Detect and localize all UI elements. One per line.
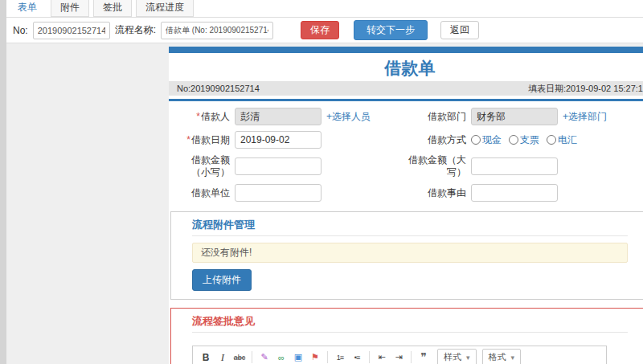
panel-divider — [192, 235, 628, 236]
amount-lower-input[interactable] — [235, 157, 322, 175]
chevron-down-icon: ▾ — [466, 354, 470, 362]
loan-reason-label: 借款事由 — [395, 187, 466, 199]
outdent-icon[interactable]: ⇤ — [374, 350, 390, 364]
process-name-input[interactable] — [161, 22, 273, 39]
doc-number: No:20190902152714 — [177, 84, 260, 93]
attachments-panel: 流程附件管理 还没有附件! 上传附件 — [170, 211, 643, 300]
tab-attachment[interactable]: 附件 — [51, 0, 89, 17]
panel-divider — [192, 332, 628, 333]
toolbar-separator — [327, 351, 328, 363]
toolbar-separator — [411, 351, 412, 363]
department-input[interactable] — [471, 108, 558, 125]
select-person-link[interactable]: +选择人员 — [326, 110, 391, 124]
strikethrough-icon[interactable]: abc — [231, 350, 248, 364]
method-option-check[interactable]: 支票 — [509, 133, 539, 147]
toolbar-separator — [252, 351, 252, 363]
amount-lower-label: 借款金额（小写） — [175, 154, 230, 178]
check-radio[interactable] — [509, 135, 518, 145]
editor-toolbar: B I abc ✎ ∞ ▣ ⚑ 1≡ •≡ ⇤ — [193, 346, 606, 364]
loan-date-label: *借款日期 — [175, 134, 230, 146]
wire-radio[interactable] — [547, 135, 556, 145]
no-attachments-alert: 还没有附件! — [192, 243, 628, 263]
borrower-label: *借款人 — [175, 111, 230, 123]
loan-reason-input[interactable] — [471, 184, 558, 202]
tab-bar: 表单 附件 签批 流程进度 — [6, 0, 643, 18]
required-mark: * — [196, 111, 200, 122]
approval-title: 流程签批意见 — [192, 315, 628, 327]
rich-text-editor: B I abc ✎ ∞ ▣ ⚑ 1≡ •≡ ⇤ — [192, 346, 607, 364]
borrower-input[interactable] — [235, 108, 322, 125]
indent-icon[interactable]: ⇥ — [391, 350, 407, 364]
cash-radio[interactable] — [471, 135, 481, 145]
format-brush-icon[interactable]: ✎ — [256, 350, 272, 364]
amount-upper-input[interactable] — [471, 157, 558, 175]
loan-unit-input[interactable] — [235, 184, 322, 202]
loan-form: *借款人 +选择人员 借款部门 +选择部门 *借款日期 借款方式 现金 支票 电… — [169, 101, 643, 208]
style-select[interactable]: 样式 ▾ — [437, 349, 477, 364]
required-mark: * — [186, 134, 190, 145]
main-area: 借款单 No:20190902152714 填表日期:2019-09-02 15… — [6, 43, 643, 364]
card-top-accent — [169, 47, 643, 53]
loan-method-radio-group: 现金 支票 电汇 — [471, 133, 643, 147]
doc-date: 填表日期:2019-09-02 15:27:1 — [528, 84, 643, 93]
bold-icon[interactable]: B — [198, 350, 214, 364]
no-label: No: — [13, 25, 28, 36]
upload-attachment-button[interactable]: 上传附件 — [192, 269, 252, 291]
content-area: 表单 附件 签批 流程进度 No: 流程名称: 保存 转交下一步 返回 借款单 … — [6, 0, 643, 364]
link-icon[interactable]: ∞ — [273, 350, 289, 364]
italic-icon[interactable]: I — [215, 350, 231, 364]
chevron-down-icon: ▾ — [511, 354, 515, 362]
tab-approve[interactable]: 签批 — [93, 0, 132, 17]
next-step-button[interactable]: 转交下一步 — [354, 20, 428, 40]
page: 表单 附件 签批 流程进度 No: 流程名称: 保存 转交下一步 返回 借款单 … — [0, 0, 643, 364]
select-department-link[interactable]: +选择部门 — [563, 110, 643, 124]
ordered-list-icon[interactable]: 1≡ — [332, 350, 348, 364]
loan-unit-label: 借款单位 — [175, 187, 230, 199]
department-label: 借款部门 — [395, 111, 466, 123]
method-option-cash[interactable]: 现金 — [471, 133, 502, 147]
process-name-label: 流程名称: — [115, 23, 156, 37]
image-icon[interactable]: ▣ — [290, 350, 306, 364]
attachments-title: 流程附件管理 — [192, 219, 628, 231]
meta-bar: No:20190902152714 填表日期:2019-09-02 15:27:… — [169, 81, 643, 96]
left-gutter — [0, 0, 6, 364]
back-button[interactable]: 返回 — [440, 21, 479, 39]
save-button[interactable]: 保存 — [301, 21, 339, 39]
tab-form[interactable]: 表单 — [8, 0, 47, 17]
toolbar-separator — [369, 351, 370, 363]
amount-upper-label: 借款金额（大写） — [395, 154, 466, 178]
blockquote-icon[interactable]: ❞ — [416, 350, 432, 364]
page-title: 借款单 — [169, 53, 643, 81]
tab-progress[interactable]: 流程进度 — [136, 0, 194, 17]
format-select[interactable]: 格式 ▾ — [482, 349, 522, 364]
loan-method-label: 借款方式 — [395, 134, 466, 146]
no-input[interactable] — [33, 22, 110, 39]
toolbar: No: 流程名称: 保存 转交下一步 返回 — [6, 18, 643, 43]
method-option-wire[interactable]: 电汇 — [547, 133, 577, 147]
form-card: 借款单 No:20190902152714 填表日期:2019-09-02 15… — [169, 47, 643, 364]
approval-panel: 流程签批意见 B I abc ✎ ∞ ▣ ⚑ — [170, 308, 643, 364]
flag-icon[interactable]: ⚑ — [307, 350, 323, 364]
loan-date-input[interactable] — [235, 131, 322, 149]
unordered-list-icon[interactable]: •≡ — [349, 350, 365, 364]
